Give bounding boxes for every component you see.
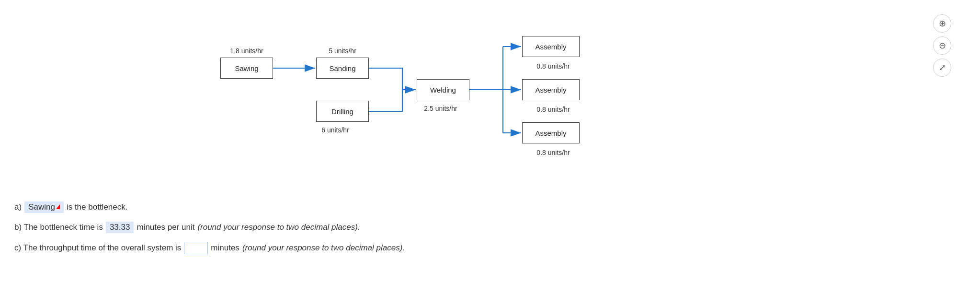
drilling-rate-label: 6 units/hr (307, 126, 364, 134)
answer-b-italic: (round your response to two decimal plac… (197, 223, 360, 232)
answer-c-input[interactable] (184, 242, 208, 254)
answer-a-suffix: is the bottleneck. (67, 202, 128, 212)
export-icon: ⤢ (939, 62, 946, 73)
sawing-rate-label: 1.8 units/hr (220, 47, 273, 55)
answer-b: b) The bottleneck time is 33.33 minutes … (14, 222, 541, 233)
answer-c: c) The throughput time of the overall sy… (14, 242, 541, 254)
answer-b-prefix: b) The bottleneck time is (14, 223, 103, 232)
diagram-area: Sawing Sanding Drilling Welding Assembly… (0, 0, 980, 201)
node-assembly-1: Assembly (522, 36, 580, 57)
assembly3-rate-label: 0.8 units/hr (522, 149, 584, 156)
node-sawing: Sawing (220, 58, 273, 79)
red-triangle-icon (56, 204, 60, 209)
assembly1-rate-label: 0.8 units/hr (522, 62, 584, 70)
answer-b-value[interactable]: 33.33 (106, 222, 134, 233)
node-assembly-2: Assembly (522, 79, 580, 100)
node-sanding: Sanding (316, 58, 369, 79)
answer-c-prefix: c) The throughput time of the overall sy… (14, 243, 181, 253)
node-welding: Welding (417, 79, 469, 100)
node-assembly-3: Assembly (522, 122, 580, 143)
node-drilling: Drilling (316, 101, 369, 122)
assembly2-rate-label: 0.8 units/hr (522, 106, 584, 113)
answer-a-sawing[interactable]: Sawing (24, 201, 64, 213)
answer-c-italic: (round your response to two decimal plac… (242, 243, 405, 253)
answer-c-suffix: minutes (211, 243, 239, 253)
welding-rate-label: 2.5 units/hr (410, 105, 472, 112)
zoom-out-icon: ⊖ (939, 40, 946, 51)
zoom-in-icon: ⊕ (939, 18, 946, 29)
zoom-in-button[interactable]: ⊕ (933, 14, 951, 33)
answer-a-prefix: a) (14, 202, 22, 212)
toolbar: ⊕ ⊖ ⤢ (933, 14, 951, 77)
answers-area: a) Sawing is the bottleneck. b) The bott… (14, 201, 541, 263)
answer-b-suffix: minutes per unit (137, 223, 194, 232)
export-button[interactable]: ⤢ (933, 59, 951, 77)
answer-a: a) Sawing is the bottleneck. (14, 201, 541, 213)
sanding-rate-label: 5 units/hr (316, 47, 369, 55)
zoom-out-button[interactable]: ⊖ (933, 36, 951, 55)
